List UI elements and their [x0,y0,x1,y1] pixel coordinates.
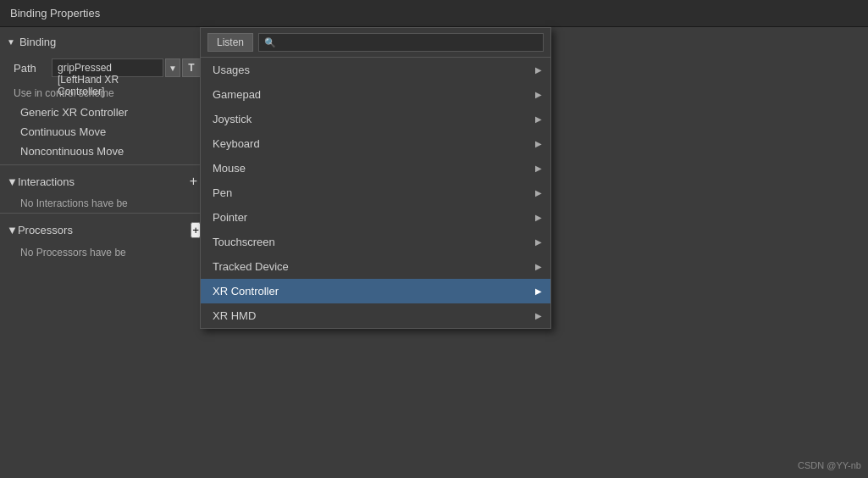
title-bar: Binding Properties [0,0,868,27]
interactions-header: ▼ Interactions + [0,169,207,194]
menu-item-label: Tracked Device [213,260,289,273]
search-icon: 🔍 [264,37,276,48]
left-panel: ▼ Binding Path gripPressed [LeftHand XR … [0,27,207,474]
menu-item-chevron-icon: ▶ [535,213,542,222]
dropdown-menu-item-pointer[interactable]: Pointer▶ [201,205,550,230]
dropdown-menu-item-gamepad[interactable]: Gamepad▶ [201,82,550,107]
menu-item-label: Joystick [213,113,252,125]
menu-item-label: Gamepad [213,88,261,101]
search-container: 🔍 [258,33,544,52]
menu-item-chevron-icon: ▶ [535,188,542,197]
divider-1 [0,164,207,165]
no-interactions-text: No Interactions have be [0,194,207,213]
menu-item-label: Mouse [213,162,246,175]
binding-section-header[interactable]: ▼ Binding [0,31,207,53]
dropdown-menu-item-xr-hmd[interactable]: XR HMD▶ [201,303,550,328]
binding-arrow-icon: ▼ [7,37,15,47]
dropdown-menu-item-usages[interactable]: Usages▶ [201,58,550,82]
dropdown-arrow-icon: ▼ [169,64,177,73]
menu-item-chevron-icon: ▶ [535,237,542,247]
path-dropdown-button[interactable]: ▼ [165,58,180,77]
scheme-generic-xr: Generic XR Controller [0,103,207,122]
menu-item-label: Pointer [213,211,247,224]
divider-2 [0,213,207,214]
path-row: Path gripPressed [LeftHand XR Controller… [0,53,207,82]
no-processors-text: No Processors have be [0,243,207,262]
dropdown-menu-item-keyboard[interactable]: Keyboard▶ [201,131,550,156]
bottom-bar: CSDN @YY-nb [791,457,868,474]
dropdown-top: Listen 🔍 [201,28,550,58]
path-label: Path [14,62,52,75]
menu-item-chevron-icon: ▶ [535,114,542,124]
processors-header: ▼ Processors + [0,217,207,243]
processors-label: Processors [18,224,73,236]
title-text: Binding Properties [10,7,100,19]
menu-item-chevron-icon: ▶ [535,311,542,320]
binding-section: ▼ Binding Path gripPressed [LeftHand XR … [0,27,207,164]
interactions-header-left: ▼ Interactions [7,175,75,188]
dropdown-overlay: Listen 🔍 Usages▶Gamepad▶Joystick▶Keyboar… [200,27,551,329]
listen-button[interactable]: Listen [207,33,253,52]
path-value-container: gripPressed [LeftHand XR Controller] ▼ T [52,58,201,77]
menu-item-label: Keyboard [213,137,260,150]
scheme-noncontinuous-move: Noncontinuous Move [0,142,207,161]
menu-item-label: Pen [213,186,232,199]
menu-item-chevron-icon: ▶ [535,139,542,148]
menu-item-label: Touchscreen [213,236,275,248]
interactions-label: Interactions [18,175,75,188]
path-t-button[interactable]: T [182,58,201,77]
dropdown-menu-item-tracked-device[interactable]: Tracked Device▶ [201,254,550,279]
bottom-bar-text: CSDN @YY-nb [798,460,861,470]
interactions-add-button[interactable]: + [186,174,201,189]
dropdown-menu-item-mouse[interactable]: Mouse▶ [201,156,550,181]
menu-item-chevron-icon: ▶ [535,65,542,75]
search-input[interactable] [279,36,538,48]
dropdown-menu-item-xr-controller[interactable]: XR Controller▶ [201,279,550,303]
menu-item-label: XR Controller [213,285,279,297]
menu-item-chevron-icon: ▶ [535,90,542,99]
dropdown-menu-item-touchscreen[interactable]: Touchscreen▶ [201,230,550,254]
menu-item-label: XR HMD [213,309,256,322]
menu-item-chevron-icon: ▶ [535,262,542,271]
processors-header-left: ▼ Processors [7,224,73,236]
menu-item-chevron-icon: ▶ [535,286,542,296]
path-value: gripPressed [LeftHand XR Controller] [52,58,163,77]
binding-section-label: Binding [19,36,56,48]
interactions-arrow-icon: ▼ [7,175,18,188]
processors-section: ▼ Processors + No Processors have be [0,217,207,262]
dropdown-menu-item-joystick[interactable]: Joystick▶ [201,107,550,131]
menu-item-label: Usages [213,64,250,76]
dropdown-menu-item-pen[interactable]: Pen▶ [201,181,550,205]
processors-arrow-icon: ▼ [7,224,18,236]
menu-item-chevron-icon: ▶ [535,164,542,173]
dropdown-menu: Usages▶Gamepad▶Joystick▶Keyboard▶Mouse▶P… [201,58,550,328]
scheme-continuous-move: Continuous Move [0,122,207,142]
interactions-section: ▼ Interactions + No Interactions have be [0,169,207,213]
